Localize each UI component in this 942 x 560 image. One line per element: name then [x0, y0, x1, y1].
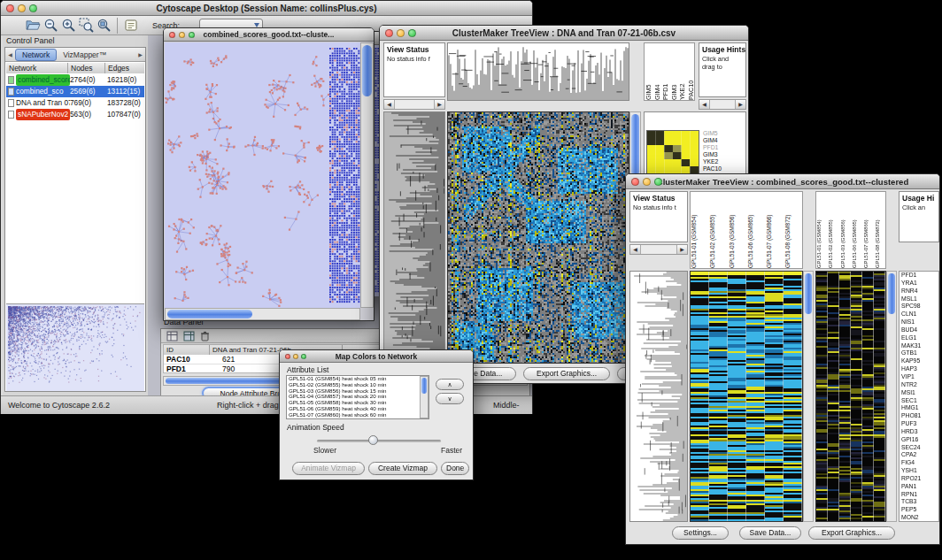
gene-label[interactable]: GPI16 — [900, 436, 938, 444]
column-label[interactable]: GIM3 — [670, 43, 679, 100]
gene-label[interactable]: YKE2 — [703, 158, 722, 165]
gene-label[interactable]: PFD1 — [900, 272, 938, 280]
gene-label[interactable]: CPA2 — [900, 451, 938, 459]
move-up-button[interactable]: ∧ — [436, 379, 464, 390]
heatmap-right-vscrollbar[interactable] — [886, 271, 897, 522]
scrollbar-thumb[interactable] — [631, 114, 639, 176]
scroll-track[interactable] — [641, 245, 676, 254]
column-label[interactable]: GPL51-08 (GSM872) — [875, 192, 886, 268]
export-graphics-button[interactable]: Export Graphics... — [523, 367, 610, 380]
network-row-dna-tran[interactable]: DNA and Tran 07 769(0) 183728(0) — [6, 97, 144, 109]
minimize-button[interactable] — [18, 4, 26, 12]
tab-vizmapper[interactable]: VizMapper™ — [57, 50, 112, 59]
birdseye-view-canvas[interactable] — [6, 303, 144, 391]
scroll-track[interactable] — [710, 100, 735, 109]
heatmap-canvas-right[interactable] — [815, 271, 886, 522]
open-folder-icon[interactable] — [24, 17, 42, 35]
close-button[interactable] — [385, 29, 393, 37]
settings-button[interactable]: Settings... — [672, 526, 729, 540]
gene-label[interactable]: PAC10 — [703, 165, 722, 173]
network-row-combined-scores[interactable]: combined_scores 2764(0) 16218(0) — [6, 74, 144, 86]
tab-scroll-right-icon[interactable]: ▶ — [135, 51, 145, 58]
gene-label[interactable]: NIS1 — [900, 318, 938, 326]
gene-label[interactable]: YRA1 — [900, 280, 938, 288]
column-header-id[interactable]: ID — [164, 345, 210, 355]
gene-label[interactable]: MON2 — [900, 514, 938, 522]
gene-label[interactable]: PAN1 — [900, 483, 938, 491]
heatmap-left-vscrollbar[interactable] — [803, 271, 814, 522]
close-button[interactable] — [169, 32, 175, 38]
save-data-button[interactable]: Save Data... — [739, 526, 801, 540]
gene-label[interactable]: PHO81 — [900, 412, 938, 420]
gene-label[interactable]: PEP5 — [900, 506, 938, 514]
gene-label[interactable]: GTB1 — [900, 349, 938, 357]
scroll-right-icon[interactable]: ▶ — [676, 245, 687, 254]
gene-label[interactable]: SEC1 — [900, 397, 938, 405]
column-label[interactable]: GPL51-03 (GSM856) — [840, 192, 852, 268]
create-vizmap-button[interactable]: Create Vizmap — [368, 462, 437, 475]
done-button[interactable]: Done — [441, 462, 469, 475]
tab-network[interactable]: Network — [15, 49, 57, 61]
column-label[interactable]: GPL51-08 (GSM872) — [784, 192, 803, 268]
column-label[interactable]: GPL51-02 (GSM855) — [828, 192, 839, 268]
status-scrollbar[interactable]: ◀ ▶ — [629, 244, 688, 255]
close-button[interactable] — [285, 354, 290, 359]
scrollbar-thumb[interactable] — [167, 310, 252, 318]
zoom-button[interactable] — [301, 354, 306, 359]
gene-label[interactable]: GIM5 — [703, 130, 722, 137]
scrollbar-thumb[interactable] — [805, 273, 812, 314]
network-row-combined-sco-selected[interactable]: combined_sco 2569(6) 13112(15) — [6, 86, 144, 97]
column-label[interactable]: PAC10 — [687, 43, 695, 100]
zoom-selected-icon[interactable] — [77, 17, 95, 35]
column-label[interactable]: PFD1 — [661, 43, 670, 100]
column-label[interactable]: GIM5 — [645, 43, 653, 100]
scroll-right-icon[interactable]: ▶ — [434, 100, 444, 109]
header-edges[interactable]: Edges — [105, 63, 144, 73]
network-vscrollbar[interactable] — [360, 42, 374, 308]
column-label[interactable]: GPL51-02 (GSM855) — [709, 192, 728, 268]
scrollbar-thumb[interactable] — [362, 45, 372, 96]
column-label[interactable]: GPL51-01 (GSM854) — [816, 192, 828, 268]
export-graphics-button[interactable]: Export Graphics... — [808, 526, 895, 540]
gene-label[interactable]: SPC98 — [900, 303, 938, 311]
zoom-out-icon[interactable] — [42, 17, 59, 35]
column-label[interactable]: GPL51-01 (GSM854) — [691, 192, 709, 268]
scrollbar-thumb[interactable] — [888, 273, 895, 314]
minimize-button[interactable] — [179, 32, 185, 38]
animate-vizmap-button[interactable]: Animate Vizmap — [292, 462, 365, 475]
gene-label[interactable]: RPN1 — [900, 491, 938, 499]
row-dendrogram[interactable] — [383, 111, 445, 364]
column-label[interactable]: YKE2 — [678, 43, 687, 100]
gene-label[interactable]: HRD3 — [900, 428, 938, 436]
attribute-item[interactable]: GPL51-07 (GSM860) heat shock 60 min — [287, 412, 429, 418]
column-label[interactable]: GPL51-07 (GSM866) — [766, 192, 784, 268]
dialog-title-bar[interactable]: Map Colors to Network — [280, 350, 473, 363]
network-view-canvas[interactable] — [165, 42, 360, 308]
gene-label[interactable]: MSI1 — [900, 389, 938, 397]
gene-label[interactable]: YSH1 — [900, 467, 938, 475]
column-label[interactable]: GPL51-07 (GSM866) — [863, 192, 875, 268]
gene-label[interactable]: HAP3 — [900, 365, 938, 373]
gene-label[interactable]: ELG1 — [900, 334, 938, 342]
zoom-button[interactable] — [29, 4, 37, 12]
header-network[interactable]: Network — [6, 63, 68, 73]
annotation-icon[interactable] — [122, 17, 140, 35]
gene-label[interactable]: NTR2 — [900, 381, 938, 389]
main-title-bar[interactable]: Cytoscape Desktop (Session Name: collins… — [1, 1, 532, 16]
move-down-button[interactable]: ∨ — [436, 393, 464, 404]
gene-label[interactable]: FIG4 — [900, 459, 938, 467]
attribute-list-scrollbar[interactable] — [420, 376, 429, 418]
gene-label[interactable]: GIM3 — [703, 151, 722, 158]
scroll-left-icon[interactable]: ◀ — [384, 100, 395, 109]
trash-icon[interactable] — [200, 331, 210, 341]
zoom-button[interactable] — [654, 178, 662, 186]
gene-label[interactable]: RPO21 — [900, 475, 938, 483]
scroll-right-icon[interactable]: ▶ — [735, 100, 745, 109]
treeview-combined-title-bar[interactable]: ClusterMaker TreeView : combined_scores_… — [626, 174, 939, 189]
gene-label[interactable]: SEC24 — [900, 444, 938, 452]
tab-scroll-left-icon[interactable]: ◀ — [5, 51, 15, 58]
column-label[interactable]: GPL51-06 (GSM865) — [852, 192, 863, 268]
correlation-matrix-canvas[interactable] — [646, 130, 699, 174]
gene-label[interactable]: GIM4 — [703, 137, 722, 144]
gene-label[interactable]: HMG1 — [900, 404, 938, 412]
